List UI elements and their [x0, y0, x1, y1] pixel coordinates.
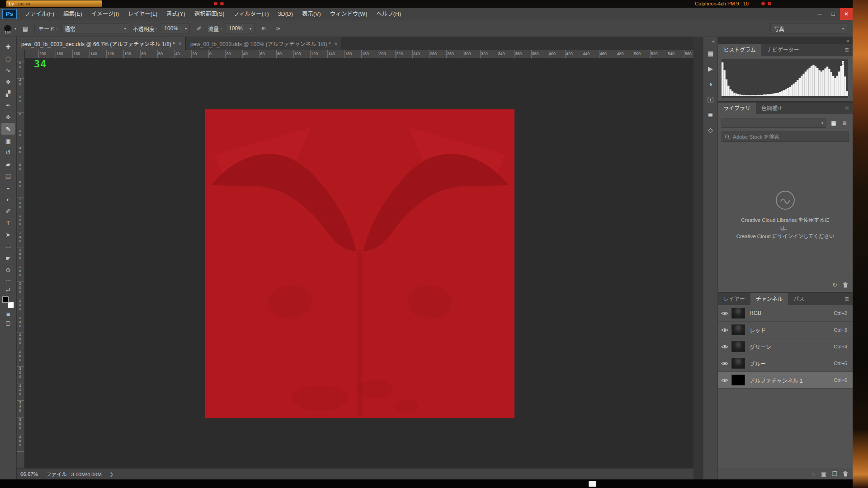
history-brush-tool[interactable]: ↺	[1, 146, 15, 158]
histogram-tab-1[interactable]: ナビゲーター	[761, 44, 805, 56]
airbrush-icon[interactable]: ≋	[258, 23, 269, 34]
eyedropper-tool[interactable]: ✒	[1, 99, 15, 111]
close-tab-icon[interactable]: ×	[179, 41, 182, 47]
load-selection-icon[interactable]: ◌	[812, 470, 816, 477]
cache-warning-icon[interactable]: ⚠	[842, 61, 846, 66]
swap-colors-icon[interactable]: ⇄	[6, 286, 10, 293]
toggle-visibility-button[interactable]	[718, 328, 731, 333]
status-expand-icon[interactable]: ❯	[110, 472, 113, 477]
edit-toolbar-icon[interactable]: ⋯	[5, 277, 11, 284]
delete-channel-icon[interactable]	[843, 471, 848, 477]
channels-tab-0[interactable]: レイヤー	[718, 293, 750, 305]
menu-item-7[interactable]: 3D(D)	[274, 8, 297, 20]
cloud-sync-icon[interactable]: ↻	[832, 282, 837, 288]
eraser-tool[interactable]: ▰	[1, 158, 15, 170]
panel-menu-icon[interactable]: ≣	[844, 293, 853, 305]
new-channel-icon[interactable]: ❐	[832, 470, 837, 477]
blend-mode-dropdown[interactable]: 通常 ▾	[61, 23, 129, 33]
move-tool[interactable]: ✚	[1, 41, 15, 52]
toggle-visibility-button[interactable]	[718, 378, 731, 383]
collapse-panels-icon[interactable]: »	[846, 38, 849, 43]
channels-tab-1[interactable]: チャンネル	[750, 293, 788, 305]
color-swatches[interactable]	[2, 296, 14, 308]
crop-tool[interactable]: ▞	[1, 88, 15, 99]
dodge-tool[interactable]: ◐	[1, 193, 15, 205]
channel-row-0[interactable]: RGBCtrl+2	[718, 305, 853, 322]
close-tab-icon[interactable]: ×	[334, 41, 337, 47]
zoom-tool[interactable]: ⊙	[1, 264, 15, 276]
expand-panels-icon[interactable]: «	[712, 38, 715, 44]
channels-tab-2[interactable]: パス	[788, 293, 810, 305]
menu-item-6[interactable]: フィルター(T)	[229, 8, 273, 20]
list-view-icon[interactable]: ≣	[840, 118, 849, 127]
lasso-tool[interactable]: ∿	[1, 64, 15, 76]
tablet-pressure-opacity-icon[interactable]: ✐	[193, 23, 204, 34]
channel-row-1[interactable]: レッドCtrl+3	[718, 322, 853, 338]
character-panel-icon[interactable]: ≣	[705, 109, 717, 121]
save-selection-as-channel-icon[interactable]: ▣	[821, 470, 826, 477]
histogram-panel-icon[interactable]: ▦	[705, 47, 717, 59]
document-canvas-image[interactable]	[205, 109, 514, 418]
menu-item-8[interactable]: 表示(V)	[297, 8, 326, 20]
info-panel-icon[interactable]: ⓘ	[705, 94, 717, 105]
menu-item-4[interactable]: 書式(Y)	[162, 8, 190, 20]
blur-tool[interactable]: ◒	[1, 182, 15, 193]
background-color-swatch[interactable]	[8, 302, 14, 308]
toggle-visibility-button[interactable]	[718, 344, 731, 349]
histogram-tab-0[interactable]: ヒストグラム	[718, 44, 761, 56]
quick-selection-tool[interactable]: ❖	[1, 76, 15, 88]
workspace-dropdown[interactable]: 写真 ▾	[770, 23, 847, 33]
panel-menu-icon[interactable]: ≣	[844, 44, 853, 56]
menu-item-9[interactable]: ウィンドウ(W)	[326, 8, 372, 20]
menu-item-2[interactable]: イメージ(I)	[87, 8, 124, 20]
channel-row-4[interactable]: アルファチャンネル 1Ctrl+6	[718, 372, 853, 389]
spot-healing-brush-tool[interactable]: ✜	[1, 111, 15, 123]
menu-item-3[interactable]: レイヤー(L)	[123, 8, 162, 20]
opacity-dropdown[interactable]: 100% ▾	[161, 23, 190, 33]
adjustments-panel-icon[interactable]: ◑	[705, 78, 717, 90]
minimize-button[interactable]: ─	[813, 9, 826, 19]
tablet-pressure-size-icon[interactable]: ✑	[273, 23, 283, 34]
3d-panel-icon[interactable]: ◇	[705, 124, 717, 136]
library-type-dropdown[interactable]: ▾	[722, 118, 826, 128]
brush-preset-picker[interactable]: 190 ▾	[4, 24, 16, 33]
menu-item-10[interactable]: ヘルプ(H)	[372, 8, 406, 20]
clone-stamp-tool[interactable]: ▣	[1, 135, 15, 146]
horizontal-type-tool[interactable]: T	[1, 217, 15, 229]
taskbar-white-square[interactable]	[589, 481, 596, 487]
rectangular-marquee-tool[interactable]: ▢	[1, 52, 15, 64]
library-tab-0[interactable]: ライブラリ	[718, 103, 756, 114]
toggle-brush-panel-icon[interactable]: ▤	[20, 23, 31, 34]
brush-tool[interactable]: ✎	[1, 123, 15, 135]
library-search-input[interactable]	[733, 134, 846, 140]
document-tab-0[interactable]: pew_00_lb_0033_dec.dds @ 66.7% (アルファチャンネ…	[17, 37, 186, 50]
path-selection-tool[interactable]: ➤	[1, 229, 15, 240]
maximize-button[interactable]: □	[826, 9, 840, 19]
hand-tool[interactable]: ☛	[1, 252, 15, 264]
document-tab-1[interactable]: pew_00_lb_0033.dds @ 100% (アルファチャンネル 1/8…	[186, 37, 342, 50]
foreground-color-swatch[interactable]	[2, 296, 9, 303]
panel-menu-icon[interactable]: ≣	[844, 103, 853, 114]
canvas-viewport[interactable]: 34	[25, 58, 693, 468]
rectangle-tool[interactable]: ▭	[1, 240, 15, 252]
channel-row-3[interactable]: ブルーCtrl+5	[718, 355, 853, 372]
screen-mode-icon[interactable]: ▢	[5, 320, 10, 326]
menu-item-0[interactable]: ファイル(F)	[20, 8, 59, 20]
flow-dropdown[interactable]: 100% ▾	[226, 23, 255, 33]
zoom-level-field[interactable]: 66.67%	[20, 471, 38, 477]
channel-row-2[interactable]: グリーンCtrl+4	[718, 338, 853, 355]
quick-mask-icon[interactable]: ◙	[6, 311, 9, 317]
toggle-visibility-button[interactable]	[718, 311, 731, 316]
actions-panel-icon[interactable]: ▶	[705, 63, 717, 75]
toggle-visibility-button[interactable]	[718, 361, 731, 366]
library-tab-1[interactable]: 色調補正	[756, 103, 788, 114]
pen-tool[interactable]: ✐	[1, 205, 15, 217]
menu-item-5[interactable]: 選択範囲(S)	[190, 8, 229, 20]
grid-view-icon[interactable]: ▦	[829, 118, 838, 127]
close-button[interactable]: ✕	[840, 8, 853, 20]
library-search-box[interactable]	[722, 131, 849, 142]
gradient-tool[interactable]: ▤	[1, 170, 15, 182]
chevron-down-icon: ▾	[124, 27, 126, 31]
menu-item-1[interactable]: 編集(E)	[59, 8, 87, 20]
delete-library-item-icon[interactable]	[843, 282, 848, 288]
